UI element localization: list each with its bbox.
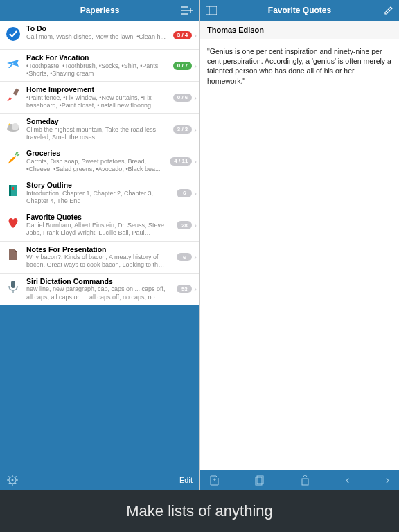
- list-item[interactable]: Siri Dictation Commandsnew line, new par…: [0, 274, 200, 305]
- book-icon: [4, 181, 22, 200]
- list-item[interactable]: GroceriesCarrots, Dish soap, Sweet potat…: [0, 145, 200, 177]
- svg-point-5: [6, 27, 20, 41]
- list-subtitle: Why bacon?, Kinds of bacon, A meaty hist…: [26, 254, 166, 269]
- list-item[interactable]: Favorite QuotesDaniel Burnham, Albert Ei…: [0, 209, 200, 241]
- left-navbar: Paperless: [0, 0, 200, 21]
- svg-line-24: [15, 476, 17, 477]
- new-note-button[interactable]: +: [210, 475, 219, 486]
- add-list-button[interactable]: [181, 6, 194, 15]
- chevron-right-icon: ›: [194, 62, 197, 70]
- list-title: Groceries: [26, 149, 166, 158]
- count-badge: 0 / 7: [173, 62, 193, 70]
- count-badge: 53: [177, 285, 192, 293]
- airplane-icon: [4, 54, 22, 72]
- empty-area: [0, 305, 200, 470]
- right-navbar: Favorite Quotes: [200, 0, 399, 21]
- paintbrush-icon: [4, 86, 22, 104]
- chevron-right-icon: ›: [194, 125, 197, 134]
- next-button[interactable]: ›: [386, 474, 389, 486]
- carrot-icon: [4, 150, 22, 168]
- svg-point-9: [12, 123, 19, 130]
- count-badge: 28: [177, 221, 192, 229]
- sidebar-toggle-button[interactable]: [206, 6, 217, 15]
- chevron-right-icon: ›: [194, 94, 197, 102]
- list-subtitle: •Toothpaste, •Toothbrush, •Socks, •Shirt…: [26, 62, 166, 78]
- share-button[interactable]: [301, 475, 310, 486]
- microphone-icon: [4, 278, 22, 296]
- list-title: Notes For Presentation: [26, 245, 166, 254]
- svg-rect-11: [9, 185, 11, 196]
- chevron-right-icon: ›: [194, 285, 197, 293]
- document-icon: [4, 246, 22, 264]
- left-toolbar: Edit: [0, 470, 200, 490]
- list-title: Favorite Quotes: [26, 213, 166, 222]
- list-item[interactable]: SomedayClimb the highest mountain, Take …: [0, 114, 200, 145]
- count-badge: 6: [177, 253, 192, 261]
- list-title: Home Improvement: [26, 85, 166, 94]
- svg-text:+: +: [213, 477, 216, 484]
- list-subtitle: Introduction, Chapter 1, Chapter 2, Chap…: [26, 190, 166, 206]
- svg-rect-13: [11, 281, 15, 288]
- list-item[interactable]: Pack For Vacation•Toothpaste, •Toothbrus…: [0, 50, 200, 82]
- right-toolbar: + ‹ ›: [200, 470, 399, 490]
- svg-rect-12: [12, 187, 14, 190]
- list-title: Someday: [26, 117, 166, 126]
- quote-author: Thomas Edison: [200, 21, 399, 39]
- list-subtitle: Climb the highest mountain, Take the roa…: [26, 126, 166, 142]
- svg-line-22: [15, 483, 17, 484]
- list-item[interactable]: Home Improvement•Paint fence, •Fix windo…: [0, 82, 200, 114]
- svg-rect-25: [206, 6, 217, 15]
- edit-button[interactable]: Edit: [179, 476, 193, 484]
- svg-line-23: [8, 483, 10, 484]
- empty-area: [200, 93, 399, 470]
- count-badge: 4 / 11: [170, 157, 192, 166]
- checkmark-icon: [4, 25, 22, 43]
- list-item[interactable]: To DoCall mom, Wash dishes, Mow the lawn…: [0, 21, 200, 50]
- cloud-icon: [4, 118, 22, 136]
- list-title: To Do: [26, 24, 166, 33]
- lists-container: To DoCall mom, Wash dishes, Mow the lawn…: [0, 21, 200, 305]
- count-badge: 0 / 6: [173, 94, 193, 102]
- app-title: Paperless: [80, 6, 120, 15]
- list-subtitle: Carrots, Dish soap, Sweet potatoes, Brea…: [26, 158, 166, 174]
- quote-text: "Genius is one per cent inspiration and …: [200, 39, 399, 93]
- svg-point-16: [12, 479, 14, 481]
- list-item[interactable]: Story OutlineIntroduction, Chapter 1, Ch…: [0, 177, 200, 209]
- heart-icon: [4, 213, 22, 231]
- svg-rect-6: [13, 89, 19, 96]
- svg-line-21: [8, 476, 10, 477]
- count-badge: 3 / 3: [173, 125, 193, 134]
- chevron-right-icon: ›: [194, 253, 197, 261]
- list-subtitle: •Paint fence, •Fix window, •New curtains…: [26, 94, 166, 110]
- copy-button[interactable]: [255, 475, 264, 486]
- marketing-caption: Make lists of anything: [0, 490, 399, 532]
- chevron-right-icon: ›: [194, 221, 197, 229]
- settings-button[interactable]: [7, 475, 18, 486]
- list-subtitle: new line, new paragraph, cap, caps on ..…: [26, 285, 166, 301]
- count-badge: 6: [177, 189, 192, 197]
- list-title: Story Outline: [26, 181, 166, 190]
- list-subtitle: Call mom, Wash dishes, Mow the lawn, •Cl…: [26, 33, 166, 41]
- chevron-right-icon: ›: [194, 31, 197, 39]
- count-badge: 3 / 4: [173, 31, 193, 39]
- list-item[interactable]: Notes For PresentationWhy bacon?, Kinds …: [0, 242, 200, 274]
- detail-title: Favorite Quotes: [268, 6, 331, 15]
- chevron-right-icon: ›: [194, 157, 197, 166]
- list-title: Siri Dictation Commands: [26, 277, 166, 286]
- compose-button[interactable]: [384, 6, 393, 15]
- list-subtitle: Daniel Burnham, Albert Einstein, Dr. Seu…: [26, 222, 166, 238]
- list-title: Pack For Vacation: [26, 53, 166, 62]
- chevron-right-icon: ›: [194, 189, 197, 197]
- prev-button[interactable]: ‹: [346, 474, 349, 486]
